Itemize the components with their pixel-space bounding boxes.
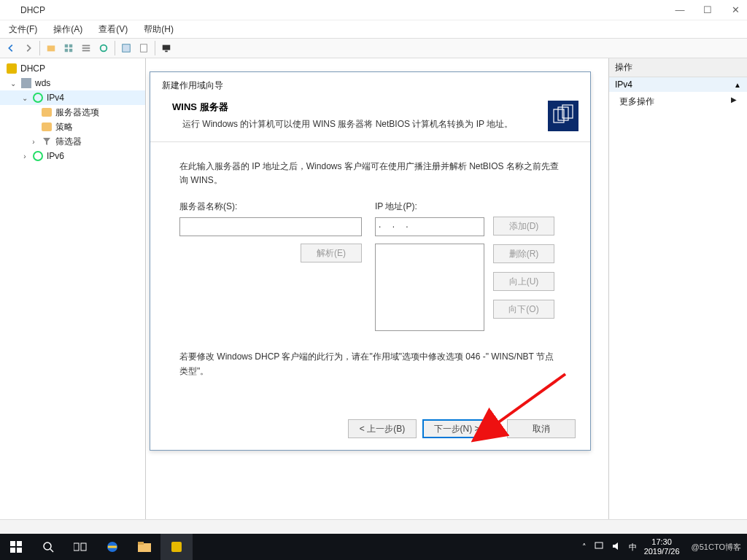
window-controls: — ☐ ✕ [673,4,743,15]
chevron-right-icon: ▶ [731,96,737,104]
svg-point-8 [101,45,107,52]
forward-button[interactable] [20,40,36,56]
list-button[interactable] [78,40,94,56]
wizard-title: 新建作用域向导 [150,72,590,96]
action-more[interactable]: 更多操作 ▶ [609,92,747,112]
tree-ipv4[interactable]: ⌄ IPv4 [0,90,145,105]
svg-rect-17 [10,541,15,546]
wizard-heading: WINS 服务器 [172,101,548,114]
properties-button[interactable] [136,40,152,56]
actions-header: 操作 [609,58,747,77]
minimize-button[interactable]: — [673,4,687,15]
wizard-header: WINS 服务器 运行 Windows 的计算机可以使用 WINS 服务器将 N… [150,96,590,142]
back-button[interactable] [3,40,19,56]
ie-icon[interactable] [96,534,128,560]
watermark: @51CTO博客 [692,542,741,553]
toolbar-separator [115,41,115,55]
wizard-icon [548,101,578,131]
svg-rect-7 [82,50,90,52]
svg-rect-5 [82,45,90,47]
tree-policy[interactable]: 策略 [0,120,145,134]
expand-toggle[interactable]: ⌄ [20,94,29,102]
maximize-button[interactable]: ☐ [700,4,715,15]
app-icon [4,4,16,16]
dhcp-icon [6,63,18,74]
wizard-description: 在此输入服务器的 IP 地址之后，Windows 客户端可在使用广播注册并解析 … [179,160,561,187]
menu-view[interactable]: 查看(V) [94,22,132,37]
resolve-button[interactable]: 解析(E) [301,244,362,262]
tray-network-icon[interactable] [594,541,604,553]
explorer-icon[interactable] [128,534,160,560]
menubar: 文件(F) 操作(A) 查看(V) 帮助(H) [0,20,747,38]
tree-panel: DHCP ⌄ wds ⌄ IPv4 服务器选项 策略 › 筛选器 › IPv [0,58,146,519]
menu-help[interactable]: 帮助(H) [139,22,178,37]
tree-filter[interactable]: › 筛选器 [0,134,145,149]
svg-rect-4 [69,49,72,52]
titlebar: DHCP — ☐ ✕ [0,0,747,20]
folder-icon [41,106,53,118]
next-button[interactable]: 下一步(N) > [422,419,491,438]
ipv6-icon [32,150,44,162]
toolbar-separator [155,41,155,55]
wizard-subheading: 运行 Windows 的计算机可以使用 WINS 服务器将 NetBIOS 计算… [172,118,548,131]
search-button[interactable] [32,534,64,560]
svg-rect-11 [163,45,171,50]
ime-indicator[interactable]: 中 [629,542,637,553]
grid-button[interactable] [61,40,77,56]
move-down-button[interactable]: 向下(O) [493,300,554,319]
taskview-button[interactable] [64,534,96,560]
statusbar [0,519,747,534]
tray-sound-icon[interactable] [611,541,622,553]
svg-line-22 [50,549,53,552]
add-button[interactable]: 添加(D) [493,217,554,236]
tree-server-options[interactable]: 服务器选项 [0,105,145,120]
collapse-icon: ▲ [734,81,741,89]
refresh-button[interactable] [96,40,112,56]
system-tray: ˄ 中 17:30 2019/7/26 @51CTO博客 [576,537,747,556]
toolbar [0,38,747,58]
ipv4-icon [32,92,44,104]
svg-rect-19 [10,548,15,553]
filter-icon [41,136,53,147]
cancel-button[interactable]: 取消 [507,419,576,438]
tree-root[interactable]: DHCP [0,61,145,76]
remove-button[interactable]: 删除(R) [493,244,554,263]
expand-toggle[interactable]: › [29,138,38,146]
menu-file[interactable]: 文件(F) [4,22,42,37]
expand-toggle[interactable]: › [20,152,29,160]
monitor-button[interactable] [158,40,174,56]
tree-ipv6[interactable]: › IPv6 [0,149,145,163]
svg-rect-3 [65,49,68,52]
svg-rect-28 [595,542,603,548]
actions-section-ipv4[interactable]: IPv4 ▲ [609,77,747,92]
wizard-footer: < 上一步(B) 下一步(N) > 取消 [348,419,576,438]
svg-rect-23 [74,543,79,551]
server-name-input[interactable] [179,217,362,236]
up-button[interactable] [43,40,59,56]
dhcp-task-icon[interactable] [160,534,193,560]
expand-toggle[interactable]: ⌄ [9,79,18,88]
menu-action[interactable]: 操作(A) [49,22,87,37]
taskbar: ˄ 中 17:30 2019/7/26 @51CTO博客 [0,534,747,560]
svg-rect-2 [69,44,72,47]
start-button[interactable] [0,534,32,560]
clock[interactable]: 17:30 2019/7/26 [644,537,680,556]
back-button[interactable]: < 上一步(B) [348,419,417,438]
svg-rect-24 [81,543,86,551]
ip-address-label: IP 地址(P): [375,201,484,213]
actions-panel: 操作 IPv4 ▲ 更多操作 ▶ [608,58,747,519]
close-button[interactable]: ✕ [728,4,743,15]
tray-chevron-icon[interactable]: ˄ [582,542,587,552]
help-button[interactable] [118,40,134,56]
svg-rect-0 [47,46,55,52]
ip-listbox[interactable] [375,244,484,331]
svg-rect-20 [17,548,22,553]
server-icon [20,77,32,89]
tree-server[interactable]: ⌄ wds [0,76,145,90]
svg-rect-27 [138,542,144,545]
svg-rect-18 [17,541,22,546]
wizard-note: 若要修改 Windows DHCP 客户端的此行为，请在"作用域"选项中修改选项… [179,350,561,378]
move-up-button[interactable]: 向上(U) [493,272,554,291]
svg-rect-9 [123,44,131,52]
ip-address-input[interactable]: . . . [375,217,484,236]
